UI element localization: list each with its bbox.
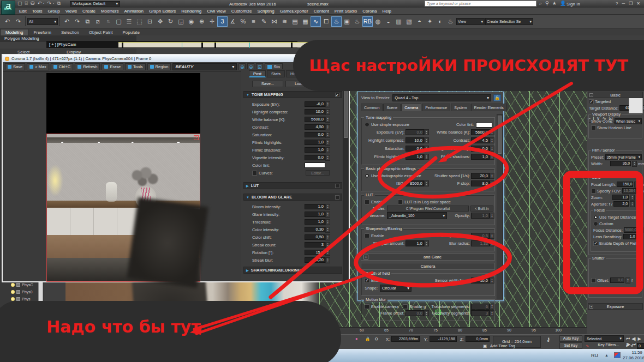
spinner[interactable] <box>325 155 330 161</box>
focus-distance-field[interactable]: 5000,0mm <box>624 227 643 233</box>
action-center-icon[interactable] <box>614 352 621 358</box>
vfb-tool-button[interactable]: Erase <box>102 63 123 70</box>
material-editor-icon[interactable]: ◍ <box>373 16 383 27</box>
key-step-icon[interactable]: ⇤⇥ <box>626 343 633 348</box>
light-bulb-icon[interactable] <box>11 283 15 287</box>
lut-folder-button[interactable]: C:\Program Files\Corona\lut <box>387 206 469 212</box>
curves-editor-button[interactable]: Editor... <box>306 170 330 176</box>
lut-header[interactable]: ▶ LUT <box>243 182 342 189</box>
select-move-icon[interactable]: ✥ <box>155 16 165 27</box>
menu-item[interactable]: Scripting <box>255 9 277 14</box>
curves-checkbox[interactable] <box>252 171 257 176</box>
go-start-icon[interactable]: ⏮ <box>626 336 630 342</box>
vfb-tool-button[interactable]: > Max <box>27 63 49 70</box>
show-horizon-checkbox[interactable] <box>591 125 596 130</box>
language-indicator[interactable]: RU <box>591 353 598 358</box>
minimize-icon[interactable]: ─ <box>622 1 625 6</box>
select-place-icon[interactable]: ◉ <box>186 16 196 27</box>
custom-focus-radio[interactable] <box>593 221 598 226</box>
film-preset-dropdown[interactable]: 35mm (Full Frame▾ <box>605 154 642 160</box>
spinner[interactable] <box>325 132 330 138</box>
spinner[interactable] <box>424 129 429 135</box>
sharpen-enable-checkbox[interactable] <box>365 233 369 238</box>
value-field[interactable]: 5600,0 <box>471 129 490 135</box>
containers-icon[interactable]: ▧ <box>404 16 414 27</box>
show-cone-dropdown[interactable]: When Selec▾ <box>615 118 642 124</box>
light-lister-icon[interactable]: ◒ <box>383 16 393 27</box>
angle-snap-icon[interactable]: ∡ <box>228 16 238 27</box>
spinner[interactable] <box>490 304 494 310</box>
auto-key-button[interactable]: Auto Key <box>559 335 582 342</box>
spinner[interactable] <box>325 109 330 115</box>
lock-view-icon[interactable]: 🔒 <box>493 94 501 101</box>
select-rotate-icon[interactable]: ↻ <box>165 16 176 27</box>
spinner[interactable] <box>490 129 494 135</box>
spinner[interactable] <box>490 137 494 143</box>
select-object-icon[interactable]: ▢ <box>114 16 124 27</box>
tone-mapping-header[interactable]: ▼ TONE MAPPING ✓ <box>243 91 342 98</box>
spinner[interactable] <box>490 146 494 152</box>
value-field[interactable]: 15,0 <box>305 250 325 255</box>
dialog-tab[interactable]: Camera <box>401 104 421 111</box>
spinner[interactable] <box>325 204 330 210</box>
spinner[interactable] <box>490 310 494 316</box>
align-icon[interactable]: ≋ <box>279 16 290 27</box>
menu-item[interactable]: Animation <box>121 9 146 14</box>
spinner[interactable] <box>424 146 429 152</box>
value-field[interactable]: 1,0 <box>305 212 325 217</box>
redo-icon[interactable]: ↷ · <box>47 1 55 7</box>
percent-snap-icon[interactable]: % <box>238 16 248 27</box>
view-to-render-dropdown[interactable]: Quad 4 - Top▾ <box>392 94 491 101</box>
value-field[interactable]: 0,30 <box>305 227 325 232</box>
lut-filename-dropdown[interactable]: _Advantix_100▾ <box>387 212 447 219</box>
rb-icon[interactable]: RB <box>362 16 373 27</box>
value-field[interactable]: 0,50 <box>305 234 325 240</box>
play-icon[interactable]: ▶ <box>637 336 641 341</box>
redo-icon[interactable]: ↷ <box>13 16 23 27</box>
value-field[interactable]: 0,0 <box>305 155 325 160</box>
ribbon-tab[interactable]: Modeling <box>0 29 28 35</box>
value-field[interactable]: 4,5 <box>471 137 490 143</box>
geometry-segments-field[interactable]: 3 <box>471 310 490 316</box>
select-and-link-icon[interactable]: ⧉ <box>82 16 93 27</box>
spinner[interactable] <box>630 195 635 201</box>
value-field[interactable]: 10,0 <box>305 109 325 114</box>
schematic-view-icon[interactable]: ⧠ <box>321 16 331 27</box>
menu-item[interactable]: Group <box>45 9 62 14</box>
select-by-name-icon[interactable]: ☰ <box>124 16 134 27</box>
select-manipulate-icon[interactable]: ✛ <box>207 16 217 27</box>
bloom-glare-header[interactable]: ▼ BLOOM AND GLARE <box>243 194 342 201</box>
project-folder-icon[interactable]: ⧉ <box>57 1 61 7</box>
list-item[interactable]: Phys0 <box>0 288 44 295</box>
lut-enable-checkbox[interactable] <box>365 200 369 204</box>
light-bulb-icon[interactable] <box>11 297 15 301</box>
enable-dof-checkbox[interactable]: ✓ <box>593 241 598 246</box>
zoom-field[interactable]: 1,0 <box>612 195 629 200</box>
lut-builtin-button[interactable]: < Built-in <box>470 206 493 212</box>
exposure-rollout[interactable]: +Exposure <box>588 303 643 310</box>
menu-item[interactable]: Rendering <box>178 9 204 14</box>
value-field[interactable]: 1,0 <box>305 219 325 225</box>
spinner[interactable] <box>490 240 494 246</box>
restore-icon[interactable]: ❐ <box>629 1 633 6</box>
search-input[interactable]: Type a keyword or phrase <box>425 1 536 7</box>
photographic-exposure-radio[interactable] <box>365 173 369 178</box>
spinner[interactable] <box>424 310 429 316</box>
menu-item[interactable]: Views <box>63 9 80 14</box>
spinner[interactable] <box>325 257 330 263</box>
populate-icon[interactable]: ◐ <box>435 16 445 27</box>
favorites-icon[interactable]: ★ <box>552 1 557 7</box>
key-curve-icon[interactable]: ∿ <box>586 343 589 348</box>
civil-icon[interactable]: ✦ <box>425 16 435 27</box>
bloom-glare-rollout[interactable]: + and Glare <box>361 254 495 261</box>
add-time-tag[interactable]: Add Time Tag <box>490 343 515 348</box>
frame-offset-field[interactable]: 0,0 <box>406 310 424 316</box>
spinner[interactable] <box>490 277 494 283</box>
enable-motion-blur-checkbox[interactable] <box>591 287 596 292</box>
max-logo-icon[interactable]: ƋMAX <box>1 1 15 15</box>
region-close-icon[interactable]: ✕ <box>194 135 199 140</box>
menu-item[interactable]: Help <box>379 9 393 14</box>
value-field[interactable]: 1,0 <box>305 147 325 153</box>
dialog-tab[interactable]: System <box>451 104 470 111</box>
graphite-icon[interactable]: ▦ <box>300 16 311 27</box>
